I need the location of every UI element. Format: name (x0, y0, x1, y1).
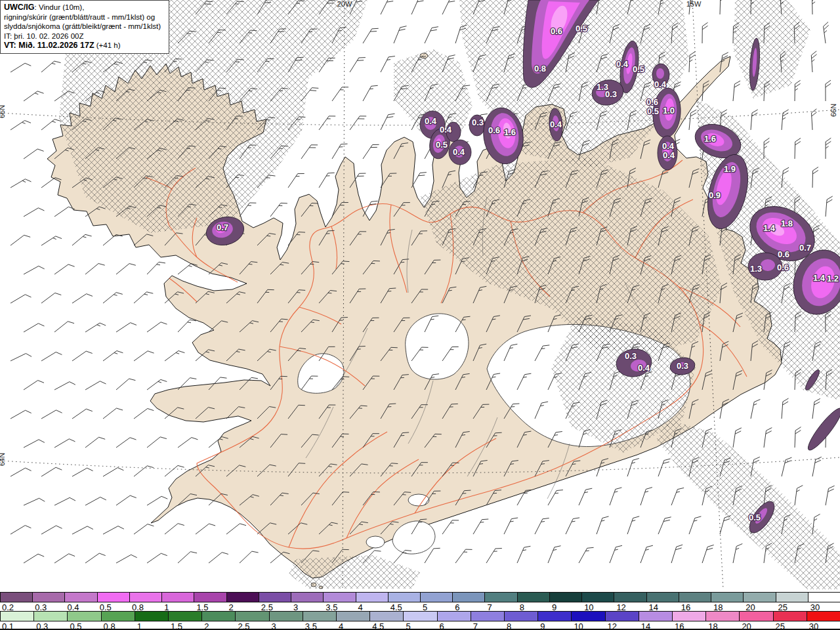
legend-color-segment (323, 593, 355, 602)
precip-value-label: 0.5 (647, 106, 659, 116)
legend-color-segment (672, 612, 705, 621)
precip-value-label: 0.4 (453, 147, 465, 157)
legend-color-segment (646, 593, 679, 602)
precip-value-label: 1.2 (827, 274, 839, 284)
legend-color-segment (235, 612, 268, 621)
precip-value-label: 0.4 (663, 150, 675, 160)
legend-color-segment (194, 593, 226, 602)
sleet-scale-labels: 0.20.30.40.50.811.522.533.544.5567891012… (0, 602, 840, 611)
precip-value-label: 0.5 (436, 140, 448, 150)
legend-color-segment (639, 612, 672, 621)
legend-color-segment (504, 612, 537, 621)
precip-value-label: 0.7 (799, 243, 811, 253)
legend-color-segment (101, 612, 135, 621)
legend-color-segment (0, 593, 32, 602)
precip-value-label: 0.3 (625, 351, 637, 361)
legend-color-segment (388, 593, 420, 602)
legend-color-segment (743, 593, 775, 602)
legend-color-segment (705, 612, 739, 621)
legend-color-segment (679, 593, 711, 602)
precip-value-label: 0.6 (777, 262, 789, 272)
precip-value-label: 1.4 (813, 273, 826, 283)
legend-color-segment (420, 593, 452, 602)
program-name: UWC/IG (4, 3, 35, 12)
title-line-1: UWC/IG: Vindur (10m), (4, 3, 165, 12)
legend-color-segment (614, 593, 646, 602)
precip-value-label: 0.4 (440, 125, 452, 135)
precip-value-label: 0.6 (646, 97, 658, 107)
graticule-label: 15W (686, 0, 702, 8)
legend-color-segment (161, 593, 194, 602)
legend-color-segment (32, 593, 64, 602)
graticule-label: 20W (337, 0, 352, 8)
graticule-label: 66N (0, 105, 6, 118)
legend-color-segment (403, 612, 436, 621)
legend-color-segment (571, 612, 604, 621)
legend-color-segment (711, 593, 743, 602)
glacier-hofsjokull (406, 314, 469, 379)
legend-color-segment (581, 593, 614, 602)
legend-color-segment (773, 612, 807, 621)
legend-color-segment (0, 612, 33, 621)
legend-color-segment (484, 593, 516, 602)
legend-color-segment (67, 612, 100, 621)
precip-value-label: 0.4 (662, 141, 675, 151)
legend: 0.20.30.40.50.811.522.533.544.5567891012… (0, 589, 840, 630)
legend-color-segment (517, 593, 549, 602)
legend-color-segment (97, 593, 129, 602)
precip-value-label: 1.4 (763, 223, 776, 233)
legend-color-segment (64, 593, 96, 602)
precip-value-label: 0.9 (709, 190, 721, 200)
precip-value-label: 0.4 (638, 363, 650, 373)
legend-color-segment (168, 612, 201, 621)
legend-color-segment (776, 593, 808, 602)
legend-color-segment (452, 593, 484, 602)
legend-color-segment (129, 593, 161, 602)
legend-color-segment (808, 593, 840, 602)
weather-map-page: 0.60.50.80.40.51.30.30.40.60.51.00.40.40… (0, 0, 840, 630)
precip-value-label: 0.3 (605, 89, 617, 99)
legend-color-segment (605, 612, 639, 621)
graticule-label: 66N (830, 104, 837, 117)
precip-value-label: 0.3 (472, 117, 484, 127)
graticule-label: 64N (0, 453, 6, 466)
precip-value-label: 0.4 (616, 59, 629, 69)
iceland-weather-map: 0.60.50.80.40.51.30.30.40.60.51.00.40.40… (0, 0, 840, 589)
legend-color-segment (739, 612, 772, 621)
precip-value-label: 0.5 (633, 64, 644, 74)
precip-value-label: 0.7 (217, 222, 228, 232)
precip-value-label: 0.5 (749, 513, 761, 522)
precip-value-label: 1.6 (704, 134, 716, 144)
legend-color-segment (807, 612, 840, 621)
legend-color-segment (226, 593, 259, 602)
precip-value-label: 1.9 (724, 164, 736, 174)
precip-value-label: 0.8 (534, 64, 546, 74)
title-line-5: VT: Mið. 11.02.2026 17Z (+41 h) (4, 41, 165, 51)
precip-value-label: 1.6 (504, 127, 516, 137)
precip-value-label: 0.4 (654, 79, 667, 89)
precip-blob (656, 68, 664, 79)
precip-value-label: 0.5 (576, 24, 587, 33)
precip-value-label: 0.4 (550, 119, 562, 129)
title-line-2: rigning/skúrir (grænt/blátt/rautt - mm/1… (4, 12, 165, 22)
legend-color-segment (437, 612, 471, 621)
rain-scale-bar (0, 611, 840, 621)
legend-color-segment (356, 593, 388, 602)
precip-blob (761, 259, 775, 271)
precip-value-label: 0.4 (425, 116, 437, 126)
precip-value-label: 0.6 (778, 249, 789, 259)
legend-color-segment (471, 612, 504, 621)
valid-time: VT: Mið. 11.02.2026 17Z (4, 41, 94, 50)
precip-value-label: 1.3 (750, 264, 762, 274)
legend-color-segment (269, 612, 303, 621)
legend-color-segment (369, 612, 403, 621)
precip-value-label: 0.6 (551, 26, 562, 36)
precip-value-label: 0.3 (677, 361, 688, 371)
legend-color-segment (303, 612, 336, 621)
precip-value-label: 1.0 (663, 106, 675, 116)
precip-value-label: 0.6 (488, 125, 500, 135)
title-line-4: IT: þri. 10. 02. 2026 00Z (4, 32, 165, 41)
legend-color-segment (336, 612, 369, 621)
legend-color-segment (259, 593, 291, 602)
legend-color-segment (201, 612, 235, 621)
